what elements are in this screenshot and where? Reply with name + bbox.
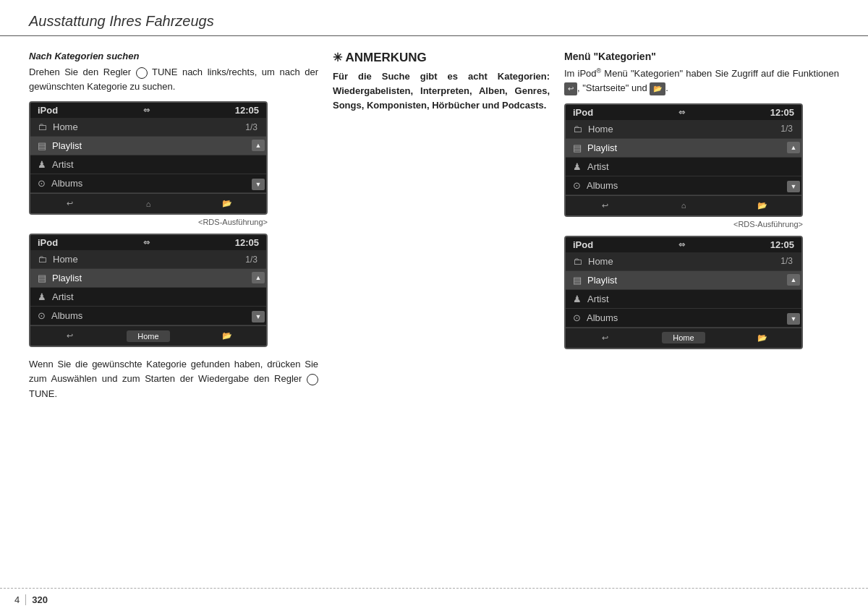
folder-icon-1: 🗀 bbox=[38, 121, 47, 132]
ipod-bottom-r1: ↩ ⌂ 📂 bbox=[566, 195, 801, 215]
playlist-label-1: Playlist bbox=[52, 140, 244, 151]
ipod-bottom-r2: ↩ Home 📂 bbox=[566, 328, 801, 348]
anmerkung-title: ✳ ANMERKUNG bbox=[333, 51, 550, 65]
scroll-up-r1: ▲ bbox=[787, 142, 800, 153]
scroll-up-2: ▲ bbox=[252, 272, 265, 283]
back-btn-r2: ↩ bbox=[583, 332, 626, 344]
artist-label-r1: Artist bbox=[587, 161, 780, 172]
albums-label-2: Albums bbox=[51, 310, 244, 321]
folder-icon-2: 🗀 bbox=[38, 254, 47, 265]
ipod-rows-2: 🗀 Home 1/3 ▤ Playlist ♟ Artist bbox=[30, 250, 266, 346]
folder-btn-r1: 📂 bbox=[741, 200, 784, 212]
artist-row-2: ♟ Artist bbox=[30, 288, 266, 307]
albums-icon-r2: ⊙ bbox=[573, 312, 581, 323]
ipod-bottom-2: ↩ Home 📂 bbox=[30, 325, 266, 346]
folder-icon-r2: 🗀 bbox=[573, 256, 582, 267]
mid-column: ✳ ANMERKUNG Für die Suche gibt es acht K… bbox=[333, 51, 564, 409]
artist-row-r1: ♟ Artist bbox=[566, 158, 801, 176]
rds-label-1: <RDS-Ausführung> bbox=[29, 218, 268, 226]
artist-icon-r1: ♟ bbox=[573, 161, 582, 172]
content-area: Nach Kategorien suchen Drehen Sie den Re… bbox=[0, 43, 868, 416]
artist-icon-1: ♟ bbox=[38, 159, 46, 170]
albums-row-r2: ⊙ Albums bbox=[566, 309, 801, 328]
ipod-screen-1: iPod ⇔ 12:05 🗀 Home 1/3 ▤ Playlist bbox=[29, 101, 268, 215]
function-icon-2: 📂 bbox=[650, 82, 665, 95]
playlist-row-r2: ▤ Playlist bbox=[566, 271, 801, 290]
albums-label-r1: Albums bbox=[587, 180, 780, 191]
rows-wrapper-r2: ▤ Playlist ♟ Artist ⊙ Albums bbox=[566, 271, 801, 328]
playlist-row-r1: ▤ Playlist bbox=[566, 139, 801, 158]
page-header: Ausstattung Ihres Fahrzeugs bbox=[0, 0, 868, 36]
page-title: Ausstattung Ihres Fahrzeugs bbox=[29, 13, 839, 30]
ipod-rows-1: 🗀 Home 1/3 ▤ Playlist ♟ Artist bbox=[30, 118, 266, 213]
albums-label-1: Albums bbox=[51, 178, 244, 189]
ipod-brand-r1: iPod bbox=[573, 107, 593, 118]
artist-row-1: ♟ Artist bbox=[30, 155, 266, 174]
playlist-icon-1: ▤ bbox=[38, 140, 46, 151]
ipod-screen-r2: iPod ⇔ 12:05 🗀 Home 1/3 ▤ Playlist bbox=[564, 236, 803, 349]
scroll-down-r1: ▼ bbox=[787, 181, 800, 192]
back-btn-r1: ↩ bbox=[583, 200, 626, 212]
ipod-time-1: 12:05 bbox=[235, 105, 259, 116]
ipod-topbar-r1: iPod ⇔ 12:05 bbox=[566, 105, 801, 120]
folder-btn-1: 📂 bbox=[205, 197, 249, 210]
artist-label-1: Artist bbox=[52, 159, 244, 170]
albums-row-2: ⊙ Albums bbox=[30, 307, 266, 325]
folder-icon-r1: 🗀 bbox=[573, 124, 582, 134]
home-label-r2: Home bbox=[588, 256, 780, 267]
playlist-label-r2: Playlist bbox=[587, 275, 780, 286]
ipod-screen-2: iPod ⇔ 12:05 🗀 Home 1/3 ▤ Playlist bbox=[29, 234, 268, 347]
home-label-2: Home bbox=[53, 254, 245, 265]
artist-label-r2: Artist bbox=[587, 294, 780, 304]
home-row-r2: 🗀 Home 1/3 bbox=[566, 252, 801, 271]
home-row-r1: 🗀 Home 1/3 bbox=[566, 120, 801, 139]
artist-icon-r2: ♟ bbox=[573, 294, 582, 304]
home-label-1: Home bbox=[53, 121, 245, 132]
home-btn-1: ⌂ bbox=[127, 198, 170, 210]
artist-row-r2: ♟ Artist bbox=[566, 290, 801, 309]
home-btn-r2: Home bbox=[662, 332, 705, 343]
playlist-label-r1: Playlist bbox=[587, 142, 780, 153]
home-row-2: 🗀 Home 1/3 bbox=[30, 250, 266, 269]
scroll-arrows-2: ▲ ▼ bbox=[250, 269, 266, 325]
scroll-down-1: ▼ bbox=[252, 179, 265, 190]
ipod-rows-r2: 🗀 Home 1/3 ▤ Playlist ♟ Artist bbox=[566, 252, 801, 348]
menu-title: Menü "Kategorien" bbox=[564, 51, 839, 62]
ipod-topbar-2: iPod ⇔ 12:05 bbox=[30, 235, 266, 250]
rds-label-r1: <RDS-Ausführung> bbox=[564, 220, 803, 228]
asterisk-icon: ✳ bbox=[333, 51, 345, 64]
playlist-icon-r2: ▤ bbox=[573, 275, 582, 286]
ipod-brand-r2: iPod bbox=[573, 239, 593, 250]
rows-wrapper-r1: ▤ Playlist ♟ Artist ⊙ Albums bbox=[566, 139, 801, 195]
anmerkung-text: Für die Suche gibt es acht Kategorien: W… bbox=[333, 69, 550, 113]
playlist-icon-r1: ▤ bbox=[573, 142, 582, 153]
home-num-1: 1/3 bbox=[245, 122, 258, 132]
home-num-r2: 1/3 bbox=[780, 256, 793, 266]
ipod-time-r1: 12:05 bbox=[770, 107, 794, 118]
ipod-topbar-r2: iPod ⇔ 12:05 bbox=[566, 237, 801, 252]
ipod-topbar-1: iPod ⇔ 12:05 bbox=[30, 103, 266, 118]
scroll-up-1: ▲ bbox=[252, 140, 265, 151]
sync-icon-1: ⇔ bbox=[143, 106, 150, 115]
left-body1: Drehen Sie den Regler TUNE nach links/re… bbox=[29, 65, 318, 94]
rows-wrapper-1: ▤ Playlist ♟ Artist ⊙ Albums bbox=[30, 137, 266, 193]
section-title: Nach Kategorien suchen bbox=[29, 51, 318, 61]
folder-btn-r2: 📂 bbox=[741, 332, 784, 344]
rows-wrapper-2: ▤ Playlist ♟ Artist ⊙ Albums bbox=[30, 269, 266, 325]
playlist-label-2: Playlist bbox=[52, 273, 244, 283]
playlist-icon-2: ▤ bbox=[38, 273, 46, 283]
scroll-down-2: ▼ bbox=[252, 311, 265, 322]
albums-icon-r1: ⊙ bbox=[573, 180, 581, 191]
home-row-1: 🗀 Home 1/3 bbox=[30, 118, 266, 137]
sync-icon-r1: ⇔ bbox=[678, 108, 685, 117]
ipod-time-r2: 12:05 bbox=[770, 239, 794, 250]
scroll-down-r2: ▼ bbox=[787, 313, 800, 325]
artist-label-2: Artist bbox=[52, 291, 244, 302]
right-column: Menü "Kategorien" Im iPod® Menü "Kategor… bbox=[564, 51, 839, 409]
home-btn-2: Home bbox=[127, 330, 170, 342]
albums-label-r2: Albums bbox=[587, 312, 780, 323]
home-num-2: 1/3 bbox=[245, 255, 258, 265]
footer-number: 4 bbox=[14, 594, 26, 605]
menu-body: Im iPod® Menü "Kategorien" haben Sie Zug… bbox=[564, 67, 839, 96]
back-btn-2: ↩ bbox=[48, 330, 91, 342]
